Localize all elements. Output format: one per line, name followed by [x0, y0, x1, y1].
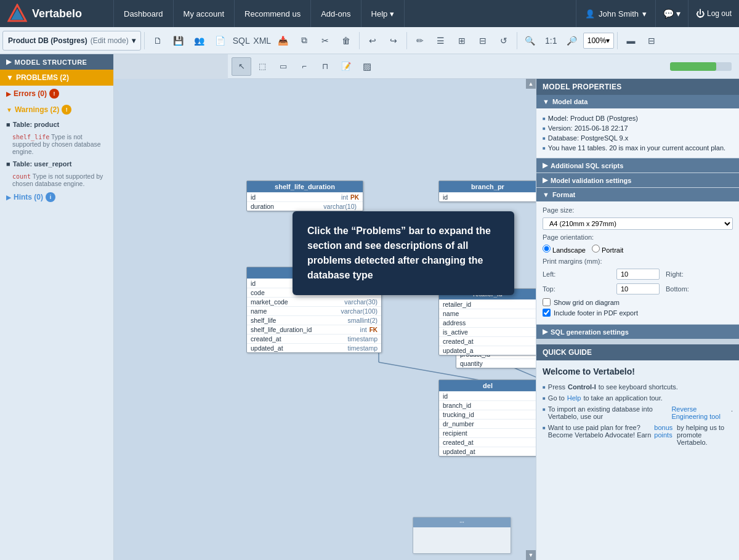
format-header[interactable]: ▼ Format — [536, 188, 739, 201]
toolbar-zoom-out[interactable]: 🔎 — [562, 31, 582, 51]
tool-area[interactable]: ▨ — [357, 57, 377, 76]
tool-relation[interactable]: ⌐ — [294, 57, 314, 76]
toolbar-zoom-1to1[interactable]: 1:1 — [541, 31, 561, 51]
chevron-right-icon: ▶ — [543, 328, 547, 336]
db-selector[interactable]: Product DB (Postgres) (Edit mode) ▾ — [2, 31, 141, 51]
toolbar-save[interactable]: 💾 — [169, 31, 188, 51]
nav-items: Dashboard My account Recommend us Add-on… — [114, 0, 576, 27]
right-panel: MODEL PROPERTIES ▼ Model data Model: Pro… — [536, 79, 739, 560]
canvas-area[interactable]: ▲ — [114, 79, 536, 560]
tool-select[interactable]: ↖ — [232, 57, 251, 76]
database-item: Database: PostgreSQL 9.x — [543, 133, 733, 143]
toolbar-zoom-fit[interactable]: 🔍 — [520, 31, 540, 51]
scroll-up-btn[interactable]: ▲ — [526, 79, 536, 89]
toolbar-copy[interactable]: ⧉ — [294, 31, 314, 51]
table-row: updated_at — [439, 447, 536, 456]
toolbar-new[interactable]: 🗋 — [148, 31, 168, 51]
toolbar-sql[interactable]: SQL — [232, 31, 251, 51]
chevron-right-icon: ▶ — [6, 58, 12, 66]
logout-btn[interactable]: ⏻ Log out — [688, 0, 739, 27]
table-retailer[interactable]: retailer_id retailer_id name address is_… — [438, 288, 536, 355]
nav-recommend[interactable]: Recommend us — [235, 0, 311, 27]
tooltip-popup: Click the “Problems” bar to expand the s… — [293, 211, 514, 295]
nav-addons[interactable]: Add-ons — [311, 0, 361, 27]
table-row: trucking_id — [439, 410, 536, 419]
nav-dashboard[interactable]: Dashboard — [114, 0, 174, 27]
toolbar-list[interactable]: ☰ — [431, 31, 451, 51]
toolbar-align-left[interactable]: ⊞ — [452, 31, 472, 51]
show-grid-checkbox[interactable] — [543, 298, 551, 306]
format-section: ▼ Format Page size: A4 (210mm x 297mm) — [536, 188, 739, 325]
portrait-radio[interactable] — [592, 245, 600, 253]
table-product-header[interactable]: ■ Table: product — [0, 118, 113, 131]
nav-my-account[interactable]: My account — [174, 0, 235, 27]
toolbar-import[interactable]: 📥 — [273, 31, 293, 51]
toolbar-redo[interactable]: ↪ — [384, 31, 403, 51]
user-report-warn-1: count Type is not supported by chosen da… — [0, 171, 113, 189]
chevron-right-icon: ▶ — [543, 176, 547, 184]
orientation-radios: Landscape Portrait — [543, 245, 623, 254]
hints-item[interactable]: ▶ Hints (0) i — [0, 189, 113, 205]
toolbar-delete[interactable]: 🗑 — [336, 31, 356, 51]
chevron-right-icon: ▶ — [6, 194, 11, 201]
canvas-right-row: ▲ — [114, 79, 739, 560]
nav-help[interactable]: Help ▾ — [361, 0, 405, 27]
tool-marquee[interactable]: ⬚ — [252, 57, 272, 76]
tool-table[interactable]: ▭ — [273, 57, 293, 76]
db-name: Product DB (Postgres) — [8, 36, 87, 45]
table-del[interactable]: del id branch_id trucking_id dr_number r… — [438, 379, 536, 457]
quick-guide-content: Welcome to Vertabelo! Press Control-I to… — [536, 360, 739, 454]
model-data-section: ▼ Model data Model: Product DB (Postgres… — [536, 95, 739, 158]
page-size-select[interactable]: A4 (210mm x 297mm) — [543, 217, 733, 230]
nav-user[interactable]: 👤 John Smith ▾ — [576, 0, 655, 27]
chevron-down-icon: ▾ — [642, 9, 647, 18]
toolbar-sep-4 — [517, 32, 517, 49]
toolbar-undo[interactable]: ↩ — [363, 31, 382, 51]
table-shelf-life-duration[interactable]: shelf_life_duration id int PK duration v… — [246, 181, 363, 211]
user-icon: 👤 — [585, 9, 595, 18]
toolbar-rotate[interactable]: ↺ — [494, 31, 514, 51]
table-branch-pr[interactable]: branch_pr id — [438, 181, 536, 202]
reverse-eng-link[interactable]: Reverse Engineering tool — [671, 405, 729, 420]
chevron-down-icon: ▾ — [606, 36, 610, 45]
table-user-report-header[interactable]: ■ Table: user_report — [0, 157, 113, 171]
landscape-radio[interactable] — [543, 245, 551, 253]
model-structure-header[interactable]: ▶ MODEL STRUCTURE — [0, 54, 113, 70]
scroll-down-btn[interactable]: ▼ — [526, 550, 536, 560]
zoom-selector[interactable]: 100% ▾ — [583, 33, 615, 49]
errors-item[interactable]: ▶ Errors (0) ! — [0, 86, 113, 102]
table-header: ··· — [413, 517, 511, 527]
toolbar-share[interactable]: 👥 — [190, 31, 209, 51]
toolbar-view-split[interactable]: ⊟ — [642, 31, 661, 51]
toolbar-cut[interactable]: ✂ — [315, 31, 335, 51]
additional-sql-header[interactable]: ▶ Additional SQL scripts — [536, 158, 739, 172]
include-footer-checkbox[interactable] — [543, 309, 551, 317]
model-data-header[interactable]: ▼ Model data — [536, 95, 739, 108]
warnings-item[interactable]: ▼ Warnings (2) ! — [0, 102, 113, 118]
toolbar-view-single[interactable]: ▬ — [621, 31, 640, 51]
problems-bar[interactable]: ▼ PROBLEMS (2) — [0, 70, 113, 86]
margin-top-input[interactable] — [616, 283, 660, 294]
bonus-points-link[interactable]: bonus points — [654, 424, 674, 439]
messages-icon-btn[interactable]: 💬 ▾ — [655, 0, 688, 27]
tool-subtype[interactable]: ⊓ — [315, 57, 335, 76]
table-header: branch_pr — [439, 181, 536, 192]
toolbar-align-right[interactable]: ⊟ — [473, 31, 493, 51]
help-link[interactable]: Help — [567, 394, 581, 402]
model-validation-header[interactable]: ▶ Model validation settings — [536, 173, 739, 187]
table-small[interactable]: ··· — [413, 517, 511, 554]
toolbar-xml[interactable]: XML — [252, 31, 272, 51]
toolbar-pdf[interactable]: 📄 — [211, 31, 230, 51]
portrait-radio-label[interactable]: Portrait — [592, 245, 624, 254]
model-validation-section: ▶ Model validation settings — [536, 173, 739, 188]
margin-top-row: Top: Bottom: — [543, 283, 733, 294]
table-row: branch_id — [439, 400, 536, 410]
tool-note[interactable]: 📝 — [336, 57, 356, 76]
db-mode: (Edit mode) — [91, 36, 129, 45]
table-row: id — [439, 192, 536, 201]
margin-left-input[interactable] — [616, 269, 660, 280]
toolbar-edit-toggle[interactable]: ✏ — [410, 31, 430, 51]
landscape-radio-label[interactable]: Landscape — [543, 245, 586, 254]
sql-generation-header[interactable]: ▶ SQL generation settings — [536, 325, 739, 339]
top-nav: Vertabelo Dashboard My account Recommend… — [0, 0, 739, 27]
